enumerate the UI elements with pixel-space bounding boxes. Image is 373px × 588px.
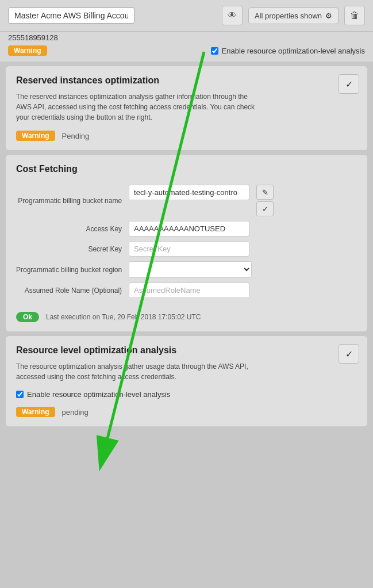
bucket-region-row: Programmatic billing bucket region [16,261,357,278]
resource-section-desc: The resource optimization analysis gathe… [16,361,263,382]
assumed-role-cell [129,282,357,298]
properties-label: All properties shown [255,12,322,20]
assumed-role-label: Assumed Role Name (Optional) [16,282,129,298]
bucket-name-value: tecl-y-automated-testing-contro [129,185,249,200]
reserved-section-title: Reserved instances optimization [16,75,357,86]
cost-fetching-title: Cost Fetching [16,164,357,174]
access-key-row: Access Key [16,221,357,236]
account-id: 255518959128 [8,33,58,42]
bucket-check-button[interactable]: ✓ [256,201,274,216]
resource-status-row: Warning pending [16,407,357,417]
last-execution-text: Last execution on Tue, 20 Feb 2018 17:05… [46,313,201,321]
bucket-region-cell [129,261,357,278]
reserved-warning-badge: Warning [16,131,55,141]
access-key-cell [129,221,357,236]
secret-key-cell [129,241,357,257]
top-warning-badge: Warning [8,45,47,56]
bucket-region-label: Programmatic billing bucket region [16,261,129,278]
resource-warning-badge: Warning [16,407,55,417]
enable-resource-label: Enable resource optimization-level analy… [222,47,365,55]
edit-icon: ✎ [262,188,268,197]
reserved-check-icon: ✓ [345,79,353,90]
access-key-label: Access Key [16,221,129,236]
resource-status-text: pending [62,408,89,417]
header-warning-row: Warning Enable resource optimization-lev… [0,42,373,62]
assumed-role-row: Assumed Role Name (Optional) [16,282,357,298]
bucket-check-icon: ✓ [262,205,268,213]
bucket-name-label: Programmatic billing bucket name [16,185,129,216]
ok-badge: Ok [16,312,39,322]
reserved-check-button[interactable]: ✓ [339,74,359,94]
gear-icon: ⚙ [325,12,332,20]
trash-icon: 🗑 [350,10,359,21]
bucket-edit-button[interactable]: ✎ [256,185,274,200]
resource-enable-label: Enable resource optimization-level analy… [27,390,170,399]
resource-enable-checkbox[interactable] [16,391,24,398]
resource-enable-row[interactable]: Enable resource optimization-level analy… [16,390,357,399]
resource-check-button[interactable]: ✓ [339,344,359,364]
delete-button[interactable]: 🗑 [344,6,365,25]
resource-section-title: Resource level optimization analysis [16,345,357,356]
secret-key-label: Secret Key [16,241,129,257]
account-id-row: 255518959128 [0,32,373,42]
bucket-name-cell: tecl-y-automated-testing-contro ✎ ✓ [129,185,357,216]
eye-button[interactable]: 👁 [222,6,243,25]
cost-fetching-status-row: Ok Last execution on Tue, 20 Feb 2018 17… [16,312,357,322]
account-name-input[interactable] [8,7,134,24]
enable-resource-checkbox-row[interactable]: Enable resource optimization-level analy… [211,47,365,55]
cost-fetching-section: Cost Fetching Programmatic billing bucke… [6,155,367,331]
access-key-input[interactable] [129,221,249,236]
resource-optimization-section: Resource level optimization analysis The… [6,336,367,426]
bucket-name-row: Programmatic billing bucket name tecl-y-… [16,185,357,216]
reserved-status-row: Warning Pending [16,131,357,141]
resource-check-icon: ✓ [345,349,353,360]
eye-icon: 👁 [228,10,237,21]
reserved-section-desc: The reserved instances optimization anal… [16,91,263,123]
top-bar: 👁 All properties shown ⚙ 🗑 [0,0,373,32]
reserved-status-text: Pending [62,132,90,140]
enable-resource-checkbox[interactable] [211,47,218,55]
bucket-btn-group: ✎ ✓ [256,185,274,216]
cost-fetching-form: Programmatic billing bucket name tecl-y-… [16,180,357,303]
reserved-instances-section: Reserved instances optimization The rese… [6,66,367,150]
properties-button[interactable]: All properties shown ⚙ [248,7,339,24]
secret-key-input[interactable] [129,241,249,257]
secret-key-row: Secret Key [16,241,357,257]
bucket-region-select[interactable] [129,261,252,278]
assumed-role-input[interactable] [129,282,249,298]
